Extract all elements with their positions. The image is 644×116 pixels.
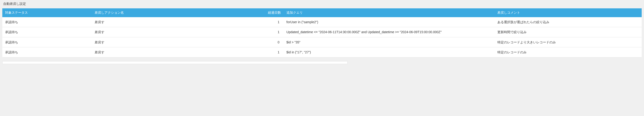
cell-days: 0 bbox=[182, 37, 284, 47]
table-row[interactable]: 承認待ち 差戻す 1 Updated_datetime <= "2024-06-… bbox=[2, 27, 642, 37]
section-title: 自動差戻し設定 bbox=[2, 0, 642, 8]
cell-days: 1 bbox=[182, 17, 284, 27]
cell-comment: 更新時間で絞り込み bbox=[494, 27, 642, 37]
header-query: 追加クエリ bbox=[284, 8, 494, 17]
cell-query: forUser in ("sample2") bbox=[284, 17, 494, 27]
bottom-panel bbox=[2, 61, 348, 64]
cell-query: Updated_datetime <= "2024-06-11T14:30:00… bbox=[284, 27, 494, 37]
cell-status: 承認待ち bbox=[2, 17, 92, 27]
cell-action: 差戻す bbox=[92, 27, 182, 37]
table-row[interactable]: 承認待ち 差戻す 0 $id > "35" 特定のレコードより大きいレコードのみ bbox=[2, 37, 642, 47]
cell-status: 承認待ち bbox=[2, 37, 92, 47]
header-days: 経過日数 bbox=[182, 8, 284, 17]
cell-query: $id > "35" bbox=[284, 37, 494, 47]
cell-days: 1 bbox=[182, 47, 284, 57]
auto-return-settings-table: 対象ステータス 差戻しアクション名 経過日数 追加クエリ 差戻しコメント 承認待… bbox=[2, 8, 642, 58]
table-row[interactable]: 承認待ち 差戻す 1 forUser in ("sample2") ある選択肢が… bbox=[2, 17, 642, 27]
cell-comment: ある選択肢が選ばれたらの絞り込み bbox=[494, 17, 642, 27]
table-body: 承認待ち 差戻す 1 forUser in ("sample2") ある選択肢が… bbox=[2, 17, 642, 57]
cell-status: 承認待ち bbox=[2, 27, 92, 37]
cell-action: 差戻す bbox=[92, 37, 182, 47]
header-action: 差戻しアクション名 bbox=[92, 8, 182, 17]
table-header-row: 対象ステータス 差戻しアクション名 経過日数 追加クエリ 差戻しコメント bbox=[2, 8, 642, 17]
cell-status: 承認待ち bbox=[2, 47, 92, 57]
header-comment: 差戻しコメント bbox=[494, 8, 642, 17]
cell-action: 差戻す bbox=[92, 47, 182, 57]
table-row[interactable]: 承認待ち 差戻す 1 $id in ("17", "27") 特定のレコードのみ bbox=[2, 47, 642, 57]
cell-comment: 特定のレコードのみ bbox=[494, 47, 642, 57]
cell-action: 差戻す bbox=[92, 17, 182, 27]
cell-days: 1 bbox=[182, 27, 284, 37]
cell-comment: 特定のレコードより大きいレコードのみ bbox=[494, 37, 642, 47]
header-status: 対象ステータス bbox=[2, 8, 92, 17]
cell-query: $id in ("17", "27") bbox=[284, 47, 494, 57]
